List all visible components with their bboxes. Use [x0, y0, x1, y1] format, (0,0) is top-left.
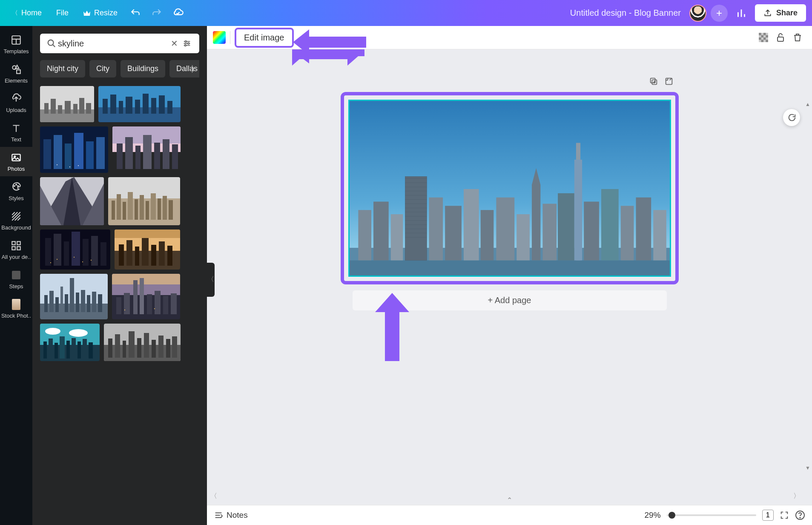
svg-rect-154 — [158, 336, 164, 358]
photo-thumb[interactable] — [40, 86, 94, 122]
svg-rect-172 — [496, 198, 514, 261]
header-left: 〈 Home File Resize — [6, 4, 187, 23]
photo-thumb[interactable] — [40, 324, 100, 361]
lock-button[interactable] — [772, 29, 789, 46]
svg-rect-9 — [778, 37, 783, 41]
svg-rect-47 — [43, 139, 51, 169]
duplicate-page-button[interactable] — [649, 77, 658, 86]
svg-point-17 — [17, 186, 18, 186]
cloud-sync-icon[interactable] — [169, 4, 187, 23]
rail-text[interactable]: Text — [0, 118, 32, 147]
photo-thumb[interactable] — [40, 274, 108, 319]
svg-rect-173 — [516, 214, 530, 260]
tag-city[interactable]: City — [89, 60, 116, 77]
scroll-up-icon[interactable]: ▲ — [805, 101, 810, 107]
svg-rect-43 — [151, 98, 156, 114]
svg-rect-165 — [390, 214, 403, 260]
photo-thumb[interactable] — [98, 86, 181, 122]
svg-rect-40 — [126, 97, 132, 114]
svg-rect-179 — [584, 202, 599, 261]
undo-button[interactable] — [126, 4, 145, 23]
svg-rect-33 — [79, 98, 84, 114]
svg-rect-51 — [86, 141, 94, 169]
collapse-panel-button[interactable]: 〈 — [207, 263, 215, 297]
color-picker-button[interactable] — [213, 31, 226, 44]
svg-rect-18 — [12, 241, 15, 245]
notes-button[interactable]: Notes — [214, 511, 248, 520]
selected-element-frame — [341, 92, 679, 284]
svg-rect-32 — [73, 104, 77, 114]
photo-thumb[interactable] — [108, 177, 180, 225]
svg-rect-169 — [445, 206, 462, 260]
file-menu[interactable]: File — [50, 5, 75, 21]
svg-rect-34 — [86, 103, 91, 114]
add-member-button[interactable]: + — [711, 5, 728, 22]
user-avatar[interactable] — [689, 5, 706, 22]
scroll-right-button[interactable]: 〉 — [793, 492, 800, 501]
photo-thumb[interactable] — [112, 126, 181, 173]
svg-rect-58 — [117, 143, 123, 169]
svg-rect-72 — [112, 201, 115, 220]
skyline-image[interactable] — [350, 101, 670, 275]
svg-rect-149 — [123, 341, 126, 358]
rail-styles[interactable]: Styles — [0, 176, 32, 206]
resize-menu[interactable]: Resize — [77, 5, 123, 21]
photo-thumb[interactable] — [40, 126, 108, 173]
svg-point-24 — [188, 43, 189, 44]
rail-steps[interactable]: Steps — [0, 264, 32, 294]
scroll-left-button[interactable]: 〈 — [210, 492, 217, 501]
svg-rect-7 — [761, 40, 763, 42]
home-button[interactable]: 〈 Home — [6, 5, 48, 21]
svg-point-130 — [124, 310, 125, 310]
svg-rect-99 — [119, 244, 124, 266]
svg-rect-147 — [108, 339, 112, 358]
rail-photos[interactable]: Photos — [0, 147, 32, 176]
photo-thumb[interactable] — [40, 230, 110, 270]
svg-rect-82 — [169, 200, 173, 220]
rail-background[interactable]: Background — [0, 206, 32, 235]
design-page[interactable] — [348, 100, 671, 277]
page-action-icons — [649, 77, 674, 86]
search-input[interactable] — [58, 39, 169, 49]
tags-scroll-right[interactable]: 〉 — [191, 63, 199, 75]
transparency-button[interactable] — [755, 29, 772, 46]
chevron-left-icon: 〈 — [12, 9, 18, 17]
photo-thumb[interactable] — [104, 324, 181, 361]
rail-uploads[interactable]: Uploads — [0, 88, 32, 118]
edit-image-button[interactable]: Edit image — [235, 28, 294, 48]
delete-button[interactable] — [789, 29, 806, 46]
expand-page-button[interactable] — [664, 77, 674, 86]
comment-button[interactable] — [783, 109, 800, 126]
zoom-slider-handle[interactable] — [669, 512, 675, 519]
fullscreen-button[interactable] — [780, 511, 789, 520]
redo-button[interactable] — [147, 4, 166, 23]
svg-rect-3 — [761, 35, 763, 37]
rail-templates[interactable]: Templates — [0, 29, 32, 59]
svg-point-191 — [800, 517, 801, 518]
crown-icon — [83, 10, 91, 16]
svg-rect-141 — [72, 338, 76, 359]
share-button[interactable]: Share — [755, 4, 806, 22]
page-count-button[interactable]: 1 — [762, 510, 774, 521]
clear-search-button[interactable]: ✕ — [169, 38, 180, 49]
svg-rect-86 — [64, 241, 69, 266]
filter-button[interactable] — [180, 39, 194, 48]
photo-thumb[interactable] — [112, 274, 180, 319]
scroll-down-icon[interactable]: ▼ — [805, 465, 810, 471]
rail-elements[interactable]: Elements — [0, 59, 32, 88]
svg-rect-122 — [133, 280, 138, 314]
insights-button[interactable] — [732, 4, 751, 23]
photo-thumb[interactable] — [115, 230, 180, 270]
help-button[interactable] — [795, 510, 805, 520]
tag-buildings[interactable]: Buildings — [121, 60, 165, 77]
tag-night-city[interactable]: Night city — [40, 60, 85, 77]
document-title[interactable]: Untitled design - Blog Banner — [187, 8, 689, 18]
file-label: File — [56, 9, 69, 17]
rail-stock-photos[interactable]: Stock Phot.. — [0, 294, 32, 323]
page-up-caret[interactable]: ⌃ — [507, 496, 512, 504]
rail-all-designs[interactable]: All your de.. — [0, 235, 32, 264]
svg-point-133 — [45, 328, 60, 335]
zoom-slider[interactable] — [667, 514, 756, 516]
photo-thumb[interactable] — [40, 177, 104, 225]
text-icon — [10, 122, 23, 135]
